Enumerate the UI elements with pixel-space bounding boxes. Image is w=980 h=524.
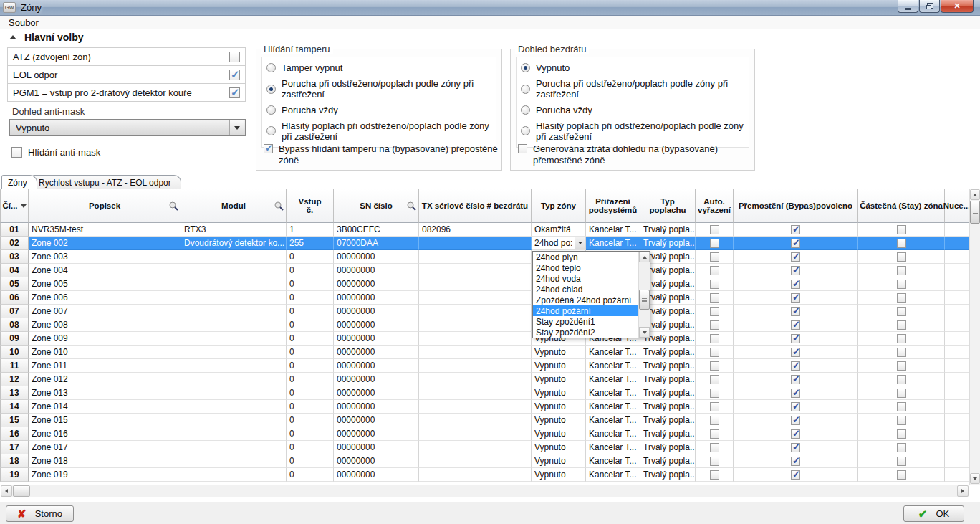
dropdown-item[interactable]: 24hod voda: [533, 273, 638, 284]
checkbox-castecna[interactable]: [897, 457, 906, 466]
cell-popisek[interactable]: Zone 015: [29, 414, 181, 427]
checkbox-premosteni[interactable]: [791, 429, 800, 439]
radio-button[interactable]: [266, 63, 276, 72]
checkbox-premosteni[interactable]: [791, 320, 800, 330]
radio-button[interactable]: [266, 85, 276, 94]
radio-button[interactable]: [266, 105, 276, 115]
cell-nuceno[interactable]: [945, 277, 969, 291]
cell-sn[interactable]: 00000000: [334, 427, 419, 441]
cell-sn[interactable]: 3B00CEFC: [334, 223, 419, 237]
ok-button[interactable]: ✔ OK: [903, 505, 964, 522]
cell-nuceno[interactable]: [945, 427, 969, 441]
checkbox-castecna[interactable]: [897, 443, 906, 452]
cell-premosteni[interactable]: [734, 237, 858, 250]
cell-nuceno[interactable]: [945, 454, 969, 468]
cell-castecna[interactable]: [858, 305, 945, 318]
cell-modul[interactable]: [181, 454, 287, 468]
column-header-typ_zony[interactable]: Typ zóny: [532, 189, 586, 223]
checkbox-castecna[interactable]: [897, 334, 906, 343]
column-header-nuceno[interactable]: Nuce...: [945, 189, 969, 223]
cell-castecna[interactable]: [858, 400, 945, 414]
main-options-header[interactable]: Hlavní volby: [9, 32, 83, 43]
dropdown-item[interactable]: Zpožděná 24hod požární: [533, 295, 638, 305]
cell-popisek[interactable]: Zone 018: [29, 454, 181, 468]
checkbox-castecna[interactable]: [897, 361, 906, 371]
radio-button[interactable]: [521, 85, 530, 94]
wireless-loss-checkbox-row[interactable]: Generována ztráta dohledu na (bypasované…: [518, 143, 735, 166]
checkbox-castecna[interactable]: [897, 239, 906, 248]
column-header-castecna[interactable]: Částečná (Stay) zóna: [858, 189, 945, 223]
scroll-left-button[interactable]: [1, 485, 12, 497]
cell-premosteni[interactable]: [734, 305, 858, 318]
cell-tx[interactable]: [419, 454, 532, 468]
cell-typ_zony[interactable]: Vypnuto: [532, 346, 586, 359]
cell-nuceno[interactable]: [945, 373, 969, 386]
cell-castecna[interactable]: [858, 264, 945, 277]
table-row-07[interactable]: 07Zone 007000000000VypnutoKancelar T...T…: [0, 305, 969, 318]
cell-podsystem[interactable]: Kancelar T...: [586, 441, 640, 454]
column-header-modul[interactable]: Modul: [181, 189, 287, 223]
cell-typ_poplachu[interactable]: Trvalý popla...: [640, 400, 696, 414]
cell-nuceno[interactable]: [945, 332, 969, 346]
row-header[interactable]: 08: [0, 318, 29, 332]
cell-popisek[interactable]: Zone 016: [29, 427, 181, 441]
cell-modul[interactable]: [181, 441, 287, 454]
checkbox-premosteni[interactable]: [791, 402, 800, 411]
checkbox-auto_vyrazeni[interactable]: [710, 470, 719, 480]
cell-typ_poplachu[interactable]: Trvalý popla...: [640, 427, 696, 441]
cell-sn[interactable]: 00000000: [334, 414, 419, 427]
cancel-button[interactable]: ✘ Storno: [6, 505, 74, 522]
cell-auto_vyrazeni[interactable]: [696, 454, 734, 468]
tamper-bypass-checkbox-row[interactable]: Bypass hlídání tamperu na (bypasované) p…: [264, 143, 508, 166]
cell-sn[interactable]: 00000000: [334, 291, 419, 305]
cell-tx[interactable]: [419, 237, 532, 250]
vertical-scrollbar[interactable]: [969, 189, 980, 485]
cell-popisek[interactable]: Zone 019: [29, 468, 181, 482]
cell-modul[interactable]: [181, 346, 287, 359]
cell-modul[interactable]: [181, 468, 287, 482]
cell-podsystem[interactable]: Kancelar T...: [586, 400, 640, 414]
radio-option[interactable]: Hlasitý poplach při odstřeženo/poplach p…: [521, 120, 744, 142]
restore-button[interactable]: [919, 0, 940, 13]
cell-typ_poplachu[interactable]: Trvalý popla...: [640, 223, 696, 237]
cell-modul[interactable]: [181, 414, 287, 427]
cell-popisek[interactable]: Zone 004: [29, 264, 181, 277]
cell-popisek[interactable]: Zone 009: [29, 332, 181, 346]
cell-nuceno[interactable]: [945, 400, 969, 414]
checkbox-castecna[interactable]: [897, 416, 906, 425]
column-header-tx[interactable]: TX sériové číslo # bezdrátu: [419, 189, 532, 223]
cell-typ_poplachu[interactable]: Trvalý popla...: [640, 237, 696, 250]
cell-vstup[interactable]: 0: [287, 468, 334, 482]
cell-sn[interactable]: 00000000: [334, 305, 419, 318]
cell-auto_vyrazeni[interactable]: [696, 386, 734, 400]
tab-rychlost-vstupu[interactable]: Rychlost vstupu - ATZ - EOL odpor: [32, 175, 181, 189]
cell-sn[interactable]: 00000000: [334, 468, 419, 482]
cell-castecna[interactable]: [858, 250, 945, 264]
checkbox-auto_vyrazeni[interactable]: [710, 266, 719, 275]
checkbox-castecna[interactable]: [897, 348, 906, 357]
cell-podsystem[interactable]: Kancelar T...: [586, 373, 640, 386]
cell-sn[interactable]: 00000000: [334, 373, 419, 386]
cell-vstup[interactable]: 0: [287, 250, 334, 264]
cell-sn[interactable]: 00000000: [334, 318, 419, 332]
dropdown-scroll-up-button[interactable]: [639, 252, 650, 262]
row-header[interactable]: 06: [0, 291, 29, 305]
cell-castecna[interactable]: [858, 427, 945, 441]
cell-typ_poplachu[interactable]: Trvalý popla...: [640, 373, 696, 386]
cell-modul[interactable]: [181, 264, 287, 277]
table-row-12[interactable]: 12Zone 012000000000VypnutoKancelar T...T…: [0, 373, 969, 386]
cell-podsystem[interactable]: Kancelar T...: [586, 359, 640, 373]
cell-tx[interactable]: [419, 373, 532, 386]
checkbox-auto_vyrazeni[interactable]: [710, 375, 719, 384]
cell-modul[interactable]: [181, 359, 287, 373]
anti-mask-dropdown[interactable]: Vypnuto: [9, 119, 246, 136]
table-row-13[interactable]: 13Zone 013000000000VypnutoKancelar T...T…: [0, 386, 969, 400]
cell-premosteni[interactable]: [734, 468, 858, 482]
cell-sn[interactable]: 00000000: [334, 400, 419, 414]
table-row-10[interactable]: 10Zone 010000000000VypnutoKancelar T...T…: [0, 346, 969, 359]
cell-castecna[interactable]: [858, 332, 945, 346]
table-row-03[interactable]: 03Zone 003000000000VypnutoKancelar T...T…: [0, 250, 969, 264]
checkbox-castecna[interactable]: [897, 429, 906, 439]
checkbox-castecna[interactable]: [897, 225, 906, 234]
cell-premosteni[interactable]: [734, 359, 858, 373]
